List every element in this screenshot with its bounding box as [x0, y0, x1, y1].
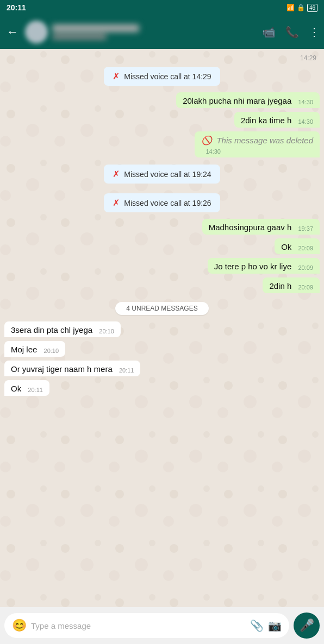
missed-call-notification: ✗ Missed voice call at 19:26: [104, 193, 220, 212]
message-text: Ok: [11, 384, 21, 393]
list-item: 14:29: [4, 54, 320, 62]
message-text: 3sera din pta chl jyega: [11, 325, 92, 334]
list-item: Jo tere p ho vo kr liye 20:09: [4, 258, 320, 276]
status-icons: 📶 🔒 46: [286, 4, 317, 12]
unread-badge: 4 UNREAD MESSAGES: [115, 302, 208, 315]
message-time: 20:11: [28, 387, 43, 393]
message-text: Moj lee: [11, 345, 37, 354]
list-item: 20lakh pucha nhi mara jyegaa 14:30: [4, 92, 320, 110]
message-time: 20:09: [298, 284, 313, 291]
list-item: 2din h 20:09: [4, 277, 320, 295]
list-item: Or yuvraj tiger naam h mera 20:11: [4, 361, 320, 378]
message-bubble: 3sera din pta chl jyega 20:10: [4, 321, 121, 337]
list-item: ✗ Missed voice call at 19:26: [4, 190, 320, 216]
message-text: 2din ka time h: [241, 116, 291, 125]
message-text: 2din h: [269, 281, 291, 291]
message-bubble: 2din ka time h 14:30: [234, 112, 320, 128]
message-text: Madhosingpura gaav h: [209, 223, 292, 232]
battery-icon: 46: [307, 4, 317, 12]
mic-button[interactable]: 🎤: [294, 613, 320, 639]
list-item: Moj lee 20:10: [4, 341, 320, 359]
message-time: 20:09: [298, 245, 313, 251]
contact-status: [52, 34, 107, 40]
missed-call-text: Missed voice call at 19:24: [124, 170, 211, 179]
list-item: 🚫 This message was deleted 14:30: [4, 131, 320, 160]
list-item: ✗ Missed voice call at 14:29: [4, 64, 320, 89]
message-input-wrap[interactable]: 😊 Type a message 📎 📷: [4, 613, 289, 638]
missed-call-notification: ✗ Missed voice call at 19:24: [104, 165, 220, 184]
missed-call-text: Missed voice call at 14:29: [124, 72, 211, 81]
contact-name: [52, 24, 139, 32]
message-bubble: Ok 20:09: [275, 238, 320, 254]
message-text: Jo tere p ho vo kr liye: [214, 262, 292, 271]
input-bar: 😊 Type a message 📎 📷 🎤: [0, 607, 324, 644]
attach-icon[interactable]: 📎: [250, 619, 264, 632]
message-input[interactable]: Type a message: [31, 621, 246, 630]
list-item: 2din ka time h 14:30: [4, 112, 320, 130]
message-time: 14:30: [205, 148, 221, 155]
message-time: 20:10: [44, 348, 59, 354]
unread-divider: 4 UNREAD MESSAGES: [4, 302, 320, 315]
chat-header: ← 📹 📞 ⋮: [0, 15, 324, 49]
video-call-icon[interactable]: 📹: [262, 26, 276, 39]
mic-icon: 🎤: [300, 618, 314, 633]
missed-call-text: Missed voice call at 19:26: [124, 199, 211, 207]
phone-call-icon[interactable]: 📞: [285, 26, 299, 39]
message-bubble: 2din h 20:09: [263, 277, 320, 293]
message-time: 20:10: [99, 328, 114, 334]
missed-call-notification: ✗ Missed voice call at 14:29: [104, 67, 220, 86]
deleted-icon: 🚫: [201, 135, 212, 146]
status-bar: 20:11 📶 🔒 46: [0, 0, 324, 15]
message-bubble: 20lakh pucha nhi mara jyegaa 14:30: [176, 92, 320, 108]
deleted-text: This message was deleted: [216, 136, 313, 145]
missed-call-icon: ✗: [113, 71, 120, 81]
message-time: 14:30: [298, 118, 313, 125]
lock-icon: 🔒: [297, 4, 305, 11]
list-item: 3sera din pta chl jyega 20:10: [4, 321, 320, 339]
avatar[interactable]: [25, 21, 48, 43]
message-time: 14:30: [298, 99, 313, 105]
missed-call-icon: ✗: [113, 198, 120, 208]
deleted-message-bubble: 🚫 This message was deleted 14:30: [195, 131, 320, 157]
list-item: ✗ Missed voice call at 19:24: [4, 161, 320, 187]
more-options-icon[interactable]: ⋮: [309, 26, 320, 39]
message-time: 20:11: [119, 367, 134, 374]
message-text: Or yuvraj tiger naam h mera: [11, 364, 113, 374]
list-item: Madhosingpura gaav h 19:37: [4, 219, 320, 237]
message-bubble: Madhosingpura gaav h 19:37: [202, 219, 320, 235]
chat-area: 14:29 ✗ Missed voice call at 14:29 20lak…: [0, 49, 324, 607]
message-bubble: Moj lee 20:10: [4, 341, 65, 357]
signal-icon: 📶: [286, 4, 295, 11]
message-time: 20:09: [298, 264, 313, 271]
message-bubble: Ok 20:11: [4, 380, 49, 396]
header-actions: 📹 📞 ⋮: [262, 26, 320, 39]
message-bubble: Or yuvraj tiger naam h mera 20:11: [4, 361, 140, 376]
camera-icon[interactable]: 📷: [268, 619, 282, 632]
list-item: Ok 20:09: [4, 238, 320, 256]
list-item: Ok 20:11: [4, 380, 320, 398]
message-bubble: Jo tere p ho vo kr liye 20:09: [208, 258, 320, 274]
message-text: 20lakh pucha nhi mara jyegaa: [183, 96, 291, 105]
back-button[interactable]: ←: [4, 23, 21, 41]
message-text: Ok: [281, 242, 291, 251]
status-time: 20:11: [7, 3, 26, 12]
message-time: 19:37: [298, 225, 313, 232]
contact-info[interactable]: [52, 24, 258, 40]
deleted-message: 🚫 This message was deleted: [201, 135, 313, 146]
missed-call-icon: ✗: [113, 169, 120, 179]
emoji-icon[interactable]: 😊: [12, 618, 27, 633]
